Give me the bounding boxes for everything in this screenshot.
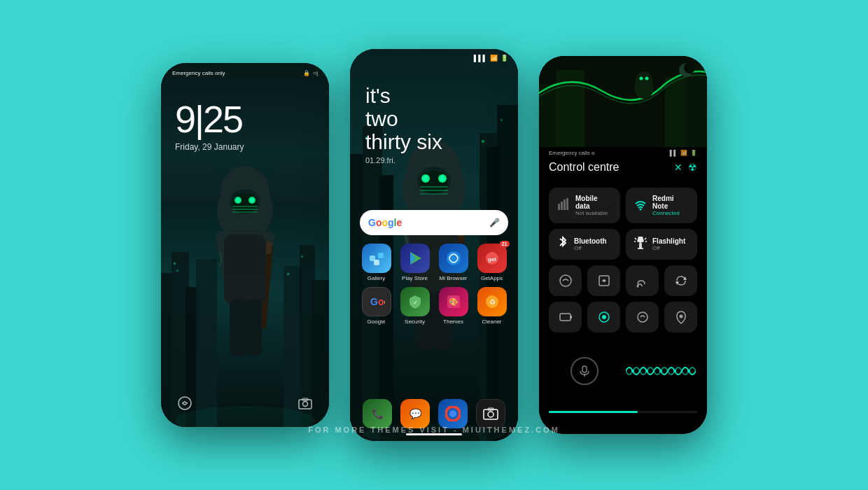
wifi-title: Redmi Note [652,195,689,210]
svg-rect-25 [252,230,276,288]
dock-camera[interactable] [476,399,505,428]
svg-point-31 [178,397,191,410]
svg-point-14 [220,166,270,219]
flashlight-tile[interactable]: Flashlight Off [626,229,697,260]
svg-point-83 [449,410,456,417]
svg-point-120 [673,370,676,372]
control-emergency-text: Emergency calls o [549,150,594,156]
radiation-icon[interactable]: ☢ [688,162,697,173]
google-g-icon: Google [368,217,402,228]
dock-phone[interactable]: 📞 [363,399,392,428]
flashlight-icon [634,236,647,253]
mobile-data-title: Mobile data [575,195,612,210]
svg-rect-45 [482,140,484,143]
svg-point-121 [687,370,690,372]
svg-rect-9 [176,270,178,272]
location-tile[interactable] [664,302,697,332]
mobile-data-tile[interactable]: Mobile data Not available [549,188,620,223]
control-row-1: Mobile data Not available Redmi Note Con… [549,188,697,223]
app-google[interactable]: Goog Google [360,287,393,325]
svg-point-114 [679,315,682,318]
app-getapps[interactable]: get 21 GetApps [475,244,508,281]
svg-point-34 [303,402,308,407]
app-browser[interactable]: Mi Browser [437,244,470,281]
svg-point-85 [488,412,493,417]
fingerprint-icon [178,396,192,410]
svg-point-118 [645,370,648,372]
app-themes-label: Themes [443,318,463,325]
svg-rect-28 [224,234,266,304]
eco-tile[interactable] [587,302,620,332]
mic-circle[interactable] [570,357,598,385]
dock-chrome[interactable] [438,399,468,428]
bluetooth-title: Bluetooth [574,237,607,245]
time-minute: 25 [203,98,242,140]
voice-search-icon[interactable]: 🎤 [489,218,500,227]
svg-text:✓: ✓ [412,300,417,306]
cleaner-icon: ♻ [477,287,507,316]
brightness-fill [549,411,638,413]
mobile-data-sub: Not available [575,210,612,216]
battery-saver-tile[interactable] [549,302,582,332]
mic-icon [579,365,590,377]
rotate-icon [597,274,611,288]
dna-wave-svg [626,360,696,382]
dock-messenger[interactable]: 💬 [400,399,430,428]
app-playstore[interactable]: Play Store [398,244,431,281]
control-status-bar: Emergency calls o ▌▌ 📶 🔋 [539,147,707,159]
svg-text:♻: ♻ [489,298,495,306]
lockscreen: Emergency calls only 🔒 ○| 9|25 Friday, 2… [161,63,329,427]
app-cleaner[interactable]: ♻ Cleaner [475,287,508,325]
svg-point-119 [659,370,662,372]
app-gallery[interactable]: Gallery [360,244,393,281]
phones-container: Emergency calls only 🔒 ○| 9|25 Friday, 2… [133,0,735,490]
svg-rect-101 [566,198,568,210]
watermark: FOR MORE THEMES VISIT - MIUITHEMEZ.COM [308,426,560,434]
control-battery-icon: 🔋 [690,150,697,156]
getapps-icon: get [477,244,507,273]
brightness-bar[interactable] [549,411,697,413]
battery-saver-icon [559,310,573,324]
greeting-line1: it's [365,84,442,107]
flashlight-text: Flashlight Off [652,237,685,251]
home-greeting: it's two thirty six 01.29.fri. [365,84,442,164]
messenger-icon: 💬 [400,399,430,428]
svg-rect-22 [232,209,258,210]
rotate-tile[interactable] [587,265,620,296]
eco-icon [597,310,611,324]
search-bar[interactable]: Google 🎤 [360,210,508,235]
phone-icon: 📞 [363,399,392,428]
bluetooth-text: Bluetooth Off [574,237,607,251]
sync-tile[interactable] [664,265,697,296]
cast-tile[interactable] [626,265,659,296]
cast-icon [636,274,650,288]
app-gallery-label: Gallery [368,275,385,281]
svg-point-18 [248,197,255,204]
fingerprint-button[interactable] [175,393,195,413]
svg-rect-99 [561,202,563,210]
app-google-label: Google [368,318,386,325]
control-wifi-icon: 📶 [680,150,687,156]
camera-dock-icon [476,399,505,428]
google-icon: Goog [362,287,391,316]
app-security[interactable]: ✓ Security [398,287,431,325]
time-hour: 9 [175,98,195,140]
lockscreen-figure [182,140,308,385]
dnd-tile[interactable] [626,302,659,332]
wifi-tile[interactable]: Redmi Note Connected [626,188,697,223]
camera-icon [298,397,312,410]
camera-button[interactable] [295,393,315,413]
bluetooth-tile[interactable]: Bluetooth Off [549,229,620,260]
bluetooth-sub: Off [574,245,607,251]
settings-icon[interactable]: ✕ [674,162,682,173]
svg-rect-67 [378,253,384,258]
control-grid: Mobile data Not available Redmi Note Con… [549,188,697,338]
app-browser-label: Mi Browser [439,275,467,281]
app-themes[interactable]: 🎨 Themes [437,287,470,325]
bluetooth-icon [557,236,568,253]
nfc-tile[interactable] [549,265,582,296]
svg-rect-109 [560,314,570,321]
svg-rect-30 [245,300,262,356]
svg-rect-10 [287,273,289,275]
svg-rect-8 [174,262,176,265]
